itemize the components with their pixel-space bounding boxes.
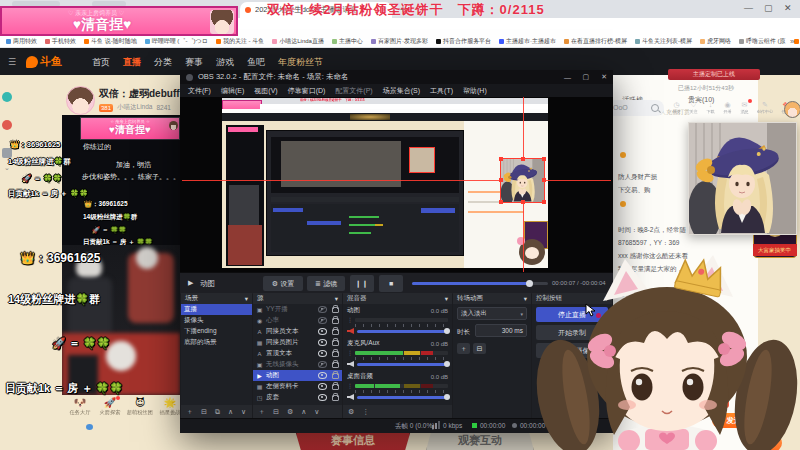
bookmark-item[interactable]: 主播超市·主播超市 <box>499 37 556 46</box>
window-maximize-icon[interactable]: ▢ <box>764 3 773 13</box>
obs-close-icon[interactable]: ✕ <box>601 73 607 81</box>
nav-item-category[interactable]: 分类 <box>154 56 172 69</box>
seek-thumb[interactable] <box>526 280 533 287</box>
lock-icon[interactable] <box>332 384 339 390</box>
history-icon[interactable]: ◷ <box>770 402 780 415</box>
lock-icon[interactable] <box>332 307 339 313</box>
scene-item[interactable]: 底部的场景 <box>181 337 252 348</box>
go-live-button[interactable]: ◉开播 <box>719 101 736 114</box>
dock-pin-icon[interactable]: ▾ <box>335 295 338 303</box>
add-icon[interactable]: ＋ <box>258 407 265 417</box>
obs-maximize-icon[interactable]: ▢ <box>582 73 589 81</box>
add-icon[interactable]: ＋ <box>186 407 193 417</box>
menu-docks[interactable]: 停靠窗口(D) <box>288 86 326 96</box>
bookmark-item[interactable]: 抖音合作服务平台 <box>436 37 491 46</box>
source-item[interactable]: ▦左侧资料卡 <box>253 381 342 392</box>
bookmark-item[interactable]: 哔哩哔哩 (゜-゜)つロ <box>145 37 208 46</box>
selection-handle[interactable] <box>499 157 503 161</box>
selection-handle[interactable] <box>521 200 525 204</box>
lock-icon[interactable] <box>332 395 339 401</box>
bookmark-item[interactable]: 我的关注 - 斗鱼 <box>216 37 264 46</box>
mute-icon[interactable] <box>347 328 354 334</box>
remove-icon[interactable]: ⊟ <box>201 408 207 416</box>
selection-handle[interactable] <box>542 200 546 204</box>
volume-slider[interactable] <box>357 330 448 333</box>
bookmark-item[interactable]: 虎牙网络 <box>700 37 731 46</box>
follow-button[interactable]: ♡关注 <box>685 101 702 114</box>
move-down-icon[interactable]: ∨ <box>314 408 319 416</box>
selection-handle[interactable] <box>542 178 546 182</box>
add-transition-button[interactable]: ＋ <box>457 343 470 354</box>
dock-pin-icon[interactable]: ▾ <box>445 295 448 303</box>
menu-help[interactable]: 帮助(H) <box>463 86 487 96</box>
visibility-icon[interactable] <box>318 317 327 324</box>
obs-titlebar[interactable]: OBS 32.0.2 - 配置文件: 未命名 - 场景: 未命名 — ▢ ✕ <box>180 70 613 84</box>
source-item[interactable]: ◳皮套 <box>253 392 342 403</box>
webcam-window[interactable] <box>688 122 797 235</box>
filters-button[interactable]: ≣滤镜 <box>307 276 345 291</box>
visibility-icon[interactable] <box>318 394 327 401</box>
dock-pin-icon[interactable]: ▾ <box>605 295 608 303</box>
chat-input[interactable] <box>632 397 702 412</box>
streamer-name[interactable]: 小喵达Linda <box>117 103 152 112</box>
source-item[interactable]: ◉心率 <box>253 315 342 326</box>
more-icon[interactable]: ⋮ <box>362 408 369 416</box>
lock-icon[interactable] <box>332 351 339 357</box>
bookmark-item[interactable]: 两用特效 <box>6 37 37 46</box>
source-item[interactable]: ▦同接员图片 <box>253 337 342 348</box>
dock-pin-icon[interactable]: ▾ <box>524 295 527 303</box>
tab-match-info[interactable]: 赛事信息 <box>295 430 411 450</box>
scene-item[interactable]: 摄像头 <box>181 315 252 326</box>
bookmark-item[interactable]: 小喵达Linda直播 <box>272 37 324 46</box>
menu-tools[interactable]: 工具(T) <box>430 86 453 96</box>
properties-button[interactable]: ⚙设置 <box>263 276 303 291</box>
window-minimize-icon[interactable]: — <box>744 3 753 13</box>
drag-handle-icon[interactable]: ⋮ <box>347 349 353 356</box>
custom-banner[interactable]: 主播定制已上线 <box>668 69 760 80</box>
media-seek-slider[interactable] <box>412 282 548 285</box>
source-item[interactable]: A同接员文本 <box>253 326 342 337</box>
selection-handle[interactable] <box>542 157 546 161</box>
nav-item-yuba[interactable]: 鱼吧 <box>247 56 265 69</box>
scene-item[interactable]: 下播ending <box>181 326 252 337</box>
creator-center-button[interactable]: ✎创作中心 <box>753 101 777 114</box>
transition-select[interactable]: 淡入淡出▾ <box>457 307 527 320</box>
search-icon[interactable] <box>651 104 659 112</box>
pause-button[interactable]: ❙❙ <box>350 275 374 292</box>
speaker-icon[interactable] <box>347 361 354 367</box>
virtual-camera-button[interactable]: 启动虚拟摄像头 <box>536 343 608 358</box>
speaker-icon[interactable] <box>347 394 354 400</box>
move-down-icon[interactable]: ∨ <box>241 408 246 416</box>
menu-scene-collection[interactable]: 场景集合(S) <box>383 86 420 96</box>
menu-edit[interactable]: 编辑(E) <box>221 86 244 96</box>
source-item[interactable]: ▣YY开播 <box>253 304 342 315</box>
lock-icon[interactable] <box>332 373 339 379</box>
emoji-button[interactable]: ☺ <box>620 399 628 408</box>
nav-item-games[interactable]: 游戏 <box>216 56 234 69</box>
paw-icon[interactable] <box>86 424 93 430</box>
bookmarks-overflow-chevron[interactable]: » <box>790 37 794 46</box>
gear-icon[interactable]: ⚙ <box>287 408 293 416</box>
nav-item-live[interactable]: 直播 <box>123 56 141 69</box>
lock-icon[interactable] <box>332 362 339 368</box>
danmu-link[interactable]: 乐迎弹幕 <box>644 328 670 335</box>
fish-ball-icon[interactable] <box>718 397 729 408</box>
nav-item-home[interactable]: 首页 <box>92 56 110 69</box>
history-button[interactable]: ◷历史 <box>668 101 685 114</box>
drag-handle-icon[interactable]: ⋮ <box>347 316 353 323</box>
lock-icon[interactable] <box>332 329 339 335</box>
visibility-icon[interactable] <box>318 339 327 346</box>
remove-transition-button[interactable]: ⊟ <box>473 343 486 354</box>
duration-field[interactable]: 300 ms <box>475 324 527 337</box>
visibility-icon[interactable] <box>318 306 327 313</box>
room-avatar[interactable] <box>66 86 95 115</box>
hamburger-icon[interactable]: ☰ <box>8 57 16 67</box>
start-recording-button[interactable]: 开始录制 <box>536 325 608 340</box>
selection-handle[interactable] <box>499 178 503 182</box>
visibility-icon[interactable] <box>318 361 327 368</box>
selection-handle[interactable] <box>521 157 525 161</box>
scene-item[interactable]: 直播 <box>181 304 252 315</box>
side-badge-activity[interactable]: 活动 <box>766 376 786 396</box>
sidebar-shortcut-icon[interactable] <box>2 92 12 102</box>
audio-settings-icon[interactable]: ⚙ <box>348 408 354 416</box>
